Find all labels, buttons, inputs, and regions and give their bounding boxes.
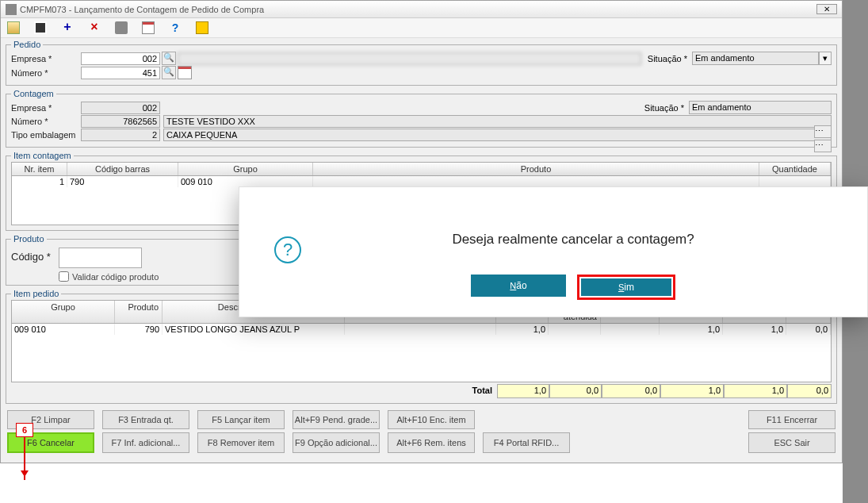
total-pendente: 1,0 <box>497 384 549 398</box>
col-barras[interactable]: Código barras <box>67 163 178 175</box>
dialog-yes-highlight: Sim <box>577 275 675 300</box>
cont-situacao-label: Situação * <box>644 103 684 113</box>
empresa-search-button[interactable]: 🔍 <box>162 52 176 65</box>
total-total: 1,0 <box>724 384 787 398</box>
produto-legend: Produto <box>11 234 47 244</box>
cont-tipo-value: 2 <box>81 129 160 141</box>
codigo-label: Código * <box>11 248 59 263</box>
dialog-yes-button[interactable]: Sim <box>581 278 671 296</box>
empresa-name <box>178 52 641 65</box>
numero-label: Número * <box>11 68 81 78</box>
confirm-dialog: ? Deseja realmente cancelar a contagem? … <box>239 186 868 317</box>
annotation-arrow <box>24 437 25 480</box>
total-atual: 1,0 <box>660 384 724 398</box>
altf10-enc-button[interactable]: Alt+F10 Enc. item <box>388 410 475 429</box>
item-contagem-header: Nr. item Código barras Grupo Produto Qua… <box>11 162 832 176</box>
col-nr[interactable]: Nr. item <box>12 163 67 175</box>
table-row: 009 010 790 VESTIDO LONGO JEANS AZUL P 1… <box>12 324 831 335</box>
calendar-icon[interactable] <box>142 21 155 34</box>
table-row: 1 790 009 010 <box>12 176 831 187</box>
pedido-legend: Pedido <box>11 40 43 49</box>
situacao-label: Situação * <box>648 54 687 63</box>
altf9-pend-button[interactable]: Alt+F9 Pend. grade... <box>293 410 380 429</box>
esc-sair-button[interactable]: ESC Sair <box>748 432 835 453</box>
add-icon[interactable]: + <box>61 21 74 34</box>
total-label: Total <box>11 384 497 398</box>
toolbar: + × ? <box>1 18 842 38</box>
window-title: CMPFM073 - Lançamento de Contagem de Ped… <box>20 5 816 14</box>
col-produto[interactable]: Produto <box>313 163 759 175</box>
col-qtd[interactable]: Quantidade <box>759 163 831 175</box>
numero-calendar-button[interactable] <box>178 66 192 79</box>
codigo-input[interactable] <box>59 248 142 268</box>
item-pedido-legend: Item pedido <box>11 289 61 298</box>
col-grupo[interactable]: Grupo <box>178 163 313 175</box>
window-close-button[interactable]: ✕ <box>816 4 837 14</box>
cont-tipo-desc: CAIXA PEQUENA <box>163 129 832 141</box>
ip-col-grupo[interactable]: Grupo <box>12 301 115 323</box>
cont-extra-button-1[interactable]: ⋯ <box>814 125 832 138</box>
f4-portal-button[interactable]: F4 Portal RFID... <box>483 432 570 453</box>
total-atendida: 0,0 <box>549 384 602 398</box>
question-icon: ? <box>274 236 301 263</box>
situacao-dropdown[interactable]: ▾ <box>819 52 832 65</box>
cont-empresa-value: 002 <box>81 102 160 114</box>
f3-entrada-button[interactable]: F3 Entrada qt. <box>102 410 189 429</box>
fn-row-1: F2 Limpar F3 Entrada qt. F5 Lançar item … <box>6 410 837 429</box>
cont-situacao-value: Em andamento <box>689 101 832 114</box>
empresa-value[interactable]: 002 <box>81 52 160 65</box>
ip-col-produto[interactable]: Produto <box>115 301 163 323</box>
delete-icon[interactable]: × <box>88 21 101 34</box>
annotation-6: 6 <box>16 423 33 437</box>
dialog-no-button[interactable]: Não <box>471 275 566 297</box>
cont-numero-label: Número * <box>11 117 81 126</box>
f9-opcao-button[interactable]: F9 Opção adicional... <box>293 432 380 453</box>
cont-numero-value: 7862565 <box>81 115 160 128</box>
item-contagem-legend: Item contagem <box>11 151 74 160</box>
f11-encerrar-button[interactable]: F11 Encerrar <box>748 410 835 429</box>
item-pedido-body[interactable]: 009 010 790 VESTIDO LONGO JEANS AZUL P 1… <box>11 324 832 382</box>
cont-empresa-label: Empresa * <box>11 103 81 113</box>
fn-row-2: F6 Cancelar F7 Inf. adicional... F8 Remo… <box>6 432 837 453</box>
print-icon[interactable] <box>115 21 128 34</box>
contagem-legend: Contagem <box>11 89 56 98</box>
open-icon[interactable] <box>7 21 20 34</box>
totals-row: Total 1,0 0,0 0,0 1,0 1,0 0,0 <box>11 384 832 398</box>
numero-search-button[interactable]: 🔍 <box>162 66 176 79</box>
pedido-group: Pedido Empresa * 002 🔍 Situação * Em and… <box>6 40 837 86</box>
empresa-label: Empresa * <box>11 54 81 63</box>
f5-lancar-button[interactable]: F5 Lançar item <box>197 410 285 429</box>
total-encer: 0,0 <box>602 384 660 398</box>
f7-inf-button[interactable]: F7 Inf. adicional... <box>102 432 189 453</box>
cont-tipo-label: Tipo embalagem <box>11 130 81 140</box>
help-icon[interactable]: ? <box>169 21 182 34</box>
numero-value[interactable]: 451 <box>81 67 160 79</box>
exit-icon[interactable] <box>196 21 208 34</box>
altf6-rem-button[interactable]: Alt+F6 Rem. itens <box>388 432 475 453</box>
titlebar: CMPFM073 - Lançamento de Contagem de Ped… <box>1 1 842 18</box>
save-icon[interactable] <box>34 21 47 34</box>
contagem-group: Contagem Empresa * 002 Situação * Em and… <box>6 89 837 148</box>
cont-numero-desc: TESTE VESTIDO XXX <box>163 115 832 128</box>
total-dif: 0,0 <box>787 384 832 398</box>
situacao-value: Em andamento <box>692 52 819 65</box>
f8-remover-button[interactable]: F8 Remover item <box>197 432 285 453</box>
dialog-message: Deseja realmente cancelar a contagem? <box>279 232 867 248</box>
app-icon <box>6 4 17 15</box>
